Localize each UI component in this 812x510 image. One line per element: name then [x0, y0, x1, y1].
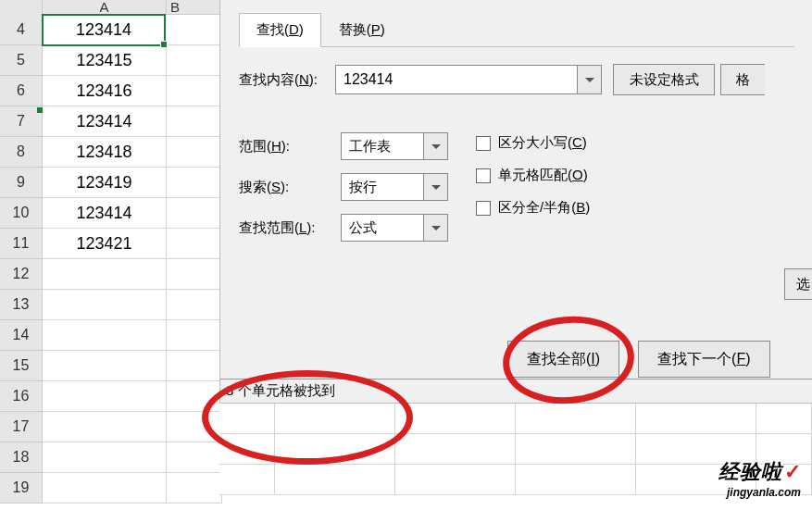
- chevron-down-icon: [431, 185, 441, 190]
- scope-chevron[interactable]: [424, 132, 448, 160]
- lookin-select[interactable]: 公式: [341, 214, 424, 242]
- row-header[interactable]: 5: [0, 45, 43, 76]
- row-header[interactable]: 18: [0, 442, 43, 473]
- scope-select[interactable]: 工作表: [341, 132, 424, 160]
- cell[interactable]: [167, 168, 222, 198]
- cell[interactable]: [219, 404, 275, 434]
- search-label: 搜索(S):: [239, 179, 341, 196]
- cell[interactable]: [636, 404, 756, 434]
- cell[interactable]: 123414: [43, 106, 167, 137]
- cell[interactable]: [167, 290, 222, 320]
- cell[interactable]: [167, 351, 222, 381]
- row-header[interactable]: 13: [0, 290, 43, 320]
- search-select[interactable]: 按行: [341, 173, 424, 201]
- cell[interactable]: 123421: [43, 229, 167, 259]
- cell[interactable]: 123419: [43, 168, 167, 198]
- cell[interactable]: [395, 434, 516, 465]
- cell[interactable]: [167, 259, 222, 290]
- chevron-down-icon: [431, 144, 441, 149]
- match-width-label: 区分全/半角(B): [498, 199, 590, 217]
- select-all-corner[interactable]: [0, 0, 43, 15]
- match-case-checkbox[interactable]: [476, 136, 491, 151]
- watermark: 经验啦✓ jingyanla.com: [718, 458, 801, 499]
- find-history-dropdown[interactable]: [578, 65, 602, 94]
- lookin-chevron[interactable]: [424, 214, 448, 242]
- find-all-button[interactable]: 查找全部(I): [507, 341, 619, 378]
- search-chevron[interactable]: [424, 173, 448, 201]
- cell[interactable]: [43, 320, 167, 351]
- row-header[interactable]: 9: [0, 168, 43, 198]
- options-button-partial[interactable]: 选: [784, 268, 812, 300]
- find-replace-dialog: 查找(D) 替换(P) 查找内容(N): 未设定格式 格 范围(H): 工作表: [219, 0, 812, 404]
- find-next-button[interactable]: 查找下一个(F): [638, 341, 769, 378]
- row-header[interactable]: 14: [0, 320, 43, 351]
- col-header-b[interactable]: B: [167, 0, 222, 15]
- chevron-down-icon: [585, 78, 594, 82]
- cell[interactable]: [167, 320, 222, 351]
- cell[interactable]: [516, 434, 636, 465]
- row-header[interactable]: 10: [0, 198, 43, 229]
- row-header[interactable]: 17: [0, 412, 43, 442]
- cell[interactable]: [167, 412, 222, 442]
- spreadsheet-grid: A B 4123414 5123415 6123416 7123414 8123…: [0, 0, 222, 504]
- cell[interactable]: 123415: [43, 45, 167, 76]
- format-button-partial[interactable]: 格: [720, 64, 765, 95]
- match-case-label: 区分大小写(C): [498, 134, 587, 152]
- cell[interactable]: [43, 381, 167, 412]
- row-header[interactable]: 15: [0, 351, 43, 381]
- lookin-label: 查找范围(L):: [239, 219, 341, 237]
- tab-find[interactable]: 查找(D): [239, 13, 321, 47]
- row-header[interactable]: 11: [0, 229, 43, 259]
- cell-a4-active[interactable]: 123414: [42, 14, 166, 46]
- find-what-label: 查找内容(N):: [239, 71, 335, 89]
- cell[interactable]: [275, 465, 395, 495]
- cell[interactable]: [43, 473, 167, 504]
- find-what-input[interactable]: [335, 65, 578, 94]
- cell[interactable]: [167, 106, 222, 137]
- cell[interactable]: [43, 442, 167, 473]
- cell[interactable]: [395, 404, 516, 434]
- row-header[interactable]: 12: [0, 259, 43, 290]
- cell[interactable]: [43, 412, 167, 442]
- cell[interactable]: 123418: [43, 137, 167, 168]
- cell[interactable]: [167, 45, 222, 76]
- match-entire-checkbox[interactable]: [476, 168, 491, 183]
- cell[interactable]: [43, 259, 167, 290]
- cell[interactable]: 123416: [43, 76, 167, 106]
- cell[interactable]: [167, 198, 222, 229]
- cell[interactable]: [516, 465, 636, 495]
- format-preview-button[interactable]: 未设定格式: [613, 64, 715, 95]
- cell[interactable]: [167, 473, 222, 504]
- cell[interactable]: [516, 404, 636, 434]
- cell[interactable]: [219, 465, 275, 495]
- col-header-a[interactable]: A: [43, 0, 167, 15]
- row-active-marker: [37, 107, 43, 113]
- check-icon: ✓: [784, 460, 801, 483]
- row-header[interactable]: 8: [0, 137, 43, 168]
- cell[interactable]: [395, 465, 516, 495]
- cell[interactable]: [43, 351, 167, 381]
- cell[interactable]: [167, 381, 222, 412]
- tab-replace[interactable]: 替换(P): [321, 13, 403, 47]
- match-entire-label: 单元格匹配(O): [498, 167, 588, 184]
- match-width-checkbox[interactable]: [476, 201, 491, 216]
- cell[interactable]: [275, 434, 395, 465]
- cell[interactable]: [166, 15, 221, 45]
- cell[interactable]: [43, 290, 167, 320]
- cell[interactable]: 123414: [43, 198, 167, 229]
- row-header[interactable]: 6: [0, 76, 43, 106]
- chevron-down-icon: [431, 226, 441, 230]
- row-header[interactable]: 4: [0, 15, 43, 45]
- cell[interactable]: [275, 404, 395, 434]
- cell[interactable]: [756, 404, 812, 434]
- row-header[interactable]: 19: [0, 473, 43, 504]
- cell[interactable]: [219, 434, 275, 465]
- cell[interactable]: [167, 442, 222, 473]
- scope-label: 范围(H):: [239, 138, 341, 155]
- cell[interactable]: [167, 229, 222, 259]
- cell[interactable]: [167, 76, 222, 106]
- row-header[interactable]: 16: [0, 381, 43, 412]
- find-status-bar: 3 个单元格被找到: [220, 379, 812, 403]
- cell[interactable]: [167, 137, 222, 168]
